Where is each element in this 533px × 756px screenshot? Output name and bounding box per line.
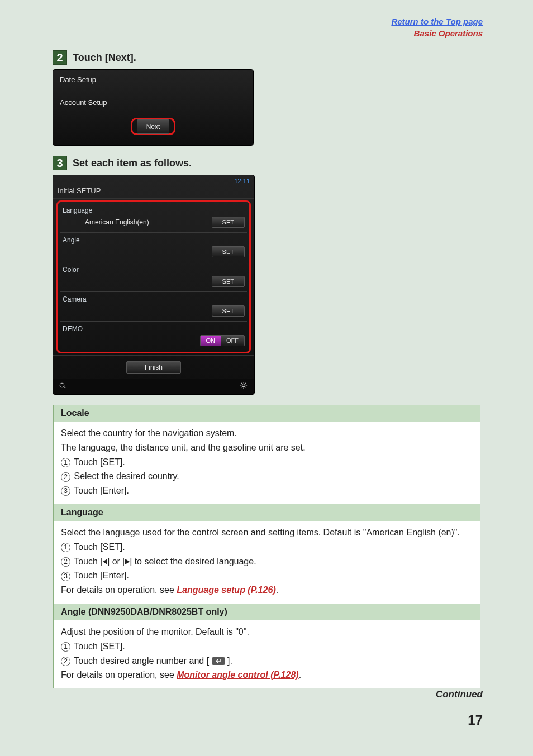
list-item: DEMO ON OFF [60, 321, 247, 348]
description-box: Locale Select the country for the naviga… [53, 405, 480, 688]
magnifier-icon [59, 381, 69, 391]
list-item: Language American English(en) SET [60, 203, 247, 230]
language-step-2: 2 Touch [] or [] to select the desired l… [61, 555, 474, 569]
top-links: Return to the Top page Basic Operations [0, 0, 533, 39]
gear-icon [239, 381, 249, 391]
locale-header: Locale [54, 405, 480, 422]
step-3-text: Set each item as follows. [73, 157, 192, 169]
item-label-language: Language [60, 205, 247, 216]
next-button[interactable]: Next [137, 119, 170, 134]
basic-operations-link[interactable]: Basic Operations [414, 28, 483, 38]
set-button-angle[interactable]: SET [212, 246, 245, 257]
right-arrow-icon [125, 559, 130, 564]
language-step-1: 1 Touch [SET]. [61, 540, 474, 554]
language-line-1: Select the language used for the control… [61, 526, 474, 540]
item-label-angle: Angle [60, 235, 247, 245]
language-details: For details on operation, see Language s… [61, 583, 474, 597]
demo-toggle[interactable]: ON OFF [200, 335, 245, 346]
page-number: 17 [0, 712, 533, 728]
list-item: Angle SET [60, 232, 247, 260]
set-button-camera[interactable]: SET [212, 305, 245, 317]
return-icon [212, 657, 225, 665]
step-3-number: 3 [53, 156, 67, 170]
angle-step-1: 1 Touch [SET]. [61, 640, 474, 654]
list-item: Color SET [60, 262, 247, 289]
left-arrow-icon [103, 559, 107, 564]
step-2-heading: 2 Touch [Next]. [53, 50, 480, 65]
step-3-heading: 3 Set each item as follows. [53, 156, 480, 170]
step-2-number: 2 [53, 50, 67, 65]
language-header: Language [54, 504, 480, 521]
continued-label: Continued [0, 689, 533, 700]
return-top-link[interactable]: Return to the Top page [391, 17, 483, 26]
shot2-title: Initial SETUP [53, 185, 254, 199]
locale-step-2: 2 Select the desired country. [61, 470, 474, 484]
demo-on-option[interactable]: ON [201, 336, 221, 346]
locale-step-3: 3 Touch [Enter]. [61, 484, 474, 498]
locale-line-1: Select the country for the navigation sy… [61, 427, 474, 441]
language-setup-link[interactable]: Language setup (P.126) [177, 585, 276, 595]
svg-point-0 [242, 384, 245, 386]
shot1-account-setup-label: Account Setup [60, 98, 246, 107]
angle-header: Angle (DNN9250DAB/DNR8025BT only) [54, 604, 480, 620]
highlight-list-outline: Language American English(en) SET Angle … [56, 200, 251, 353]
finish-button[interactable]: Finish [126, 361, 181, 374]
angle-line-1: Adjust the position of the monitor. Defa… [61, 625, 474, 639]
monitor-angle-link[interactable]: Monitor angle control (P.128) [177, 670, 298, 680]
angle-details: For details on operation, see Monitor an… [61, 668, 474, 682]
step-2-text: Touch [Next]. [73, 52, 136, 64]
locale-line-2: The language, the distance unit, and the… [61, 441, 474, 455]
item-value-language: American English(en) [63, 218, 149, 226]
screenshot-step-2: Date Setup Account Setup Next [53, 69, 254, 146]
list-item: Camera SET [60, 291, 247, 319]
item-label-camera: Camera [60, 294, 247, 304]
item-label-demo: DEMO [60, 324, 247, 334]
set-button-color[interactable]: SET [212, 276, 245, 287]
item-label-color: Color [60, 265, 247, 275]
locale-step-1: 1 Touch [SET]. [61, 456, 474, 470]
shot1-date-setup-label: Date Setup [60, 75, 246, 84]
language-step-3: 3 Touch [Enter]. [61, 569, 474, 583]
highlight-next-outline: Next [131, 118, 176, 135]
screenshot-step-3: 12:11 Initial SETUP Language American En… [53, 175, 255, 395]
shot2-clock: 12:11 [53, 175, 254, 185]
set-button-language[interactable]: SET [212, 217, 245, 228]
demo-off-option[interactable]: OFF [221, 336, 244, 346]
angle-step-2: 2 Touch desired angle number and [ ]. [61, 654, 474, 668]
